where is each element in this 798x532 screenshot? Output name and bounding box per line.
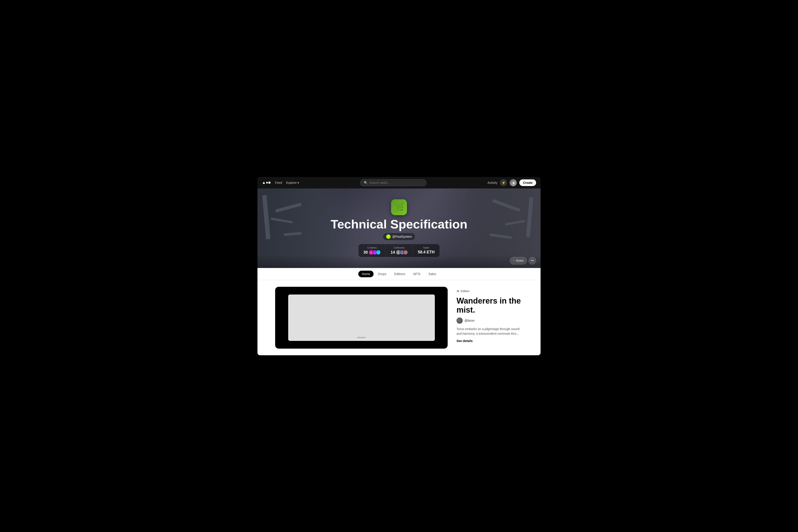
search-input[interactable] [369,181,423,185]
see-details-link[interactable]: See details [456,339,523,343]
creator-avatars [369,250,381,255]
sales-label: Sales [423,246,429,249]
user-avatar[interactable]: ◑ [510,179,517,186]
tab-editions[interactable]: Editions [391,271,409,277]
creators-label: Creators [367,246,377,249]
collector-avatar-3 [403,250,408,255]
nav-links: Feed Explore ▾ [275,181,299,185]
username-text: @PastSystem [392,235,412,239]
author-name: @biron [465,319,474,322]
nav-explore[interactable]: Explore ▾ [286,181,299,185]
ellipsis-icon: ••• [531,259,534,262]
search-box[interactable]: 🔍 [360,179,427,186]
search-container: 🔍 [304,179,483,186]
chevron-down-icon: ▾ [297,181,299,185]
navbar: ▲●■ Feed Explore ▾ 🔍 Activity ⚡ ◑ Create [257,177,541,188]
featured-author[interactable]: @biron [456,318,523,324]
nav-feed[interactable]: Feed [275,181,282,185]
tab-nfts[interactable]: NFTs [410,271,424,277]
sales-value: 58.4 ETH [418,250,435,254]
hero-content: 🌿 Technical Specification @PastSystem Cr… [331,199,467,257]
featured-info: ≋ Edition Wanderers in the mist. @biron … [448,287,523,349]
hero-actions: ↑ Share ••• [510,257,536,264]
hero-section: 🌿 Technical Specification @PastSystem Cr… [257,188,541,268]
create-button[interactable]: Create [519,179,536,186]
featured-description: Torus embarks on a pilgrimage through so… [456,327,523,336]
browser-window: ▲●■ Feed Explore ▾ 🔍 Activity ⚡ ◑ Create [257,177,541,355]
video-scrubber[interactable] [357,337,366,338]
stat-collectors: Collectors 14 [386,244,413,257]
edition-icon: ≋ [456,289,459,293]
author-avatar [456,318,463,324]
creators-value: 30 [363,250,381,255]
featured-preview [275,287,448,349]
tab-home[interactable]: Home [358,271,374,277]
preview-frame [288,294,435,341]
activity-button[interactable]: Activity [488,181,497,185]
main-content: ≋ Edition Wanderers in the mist. @biron … [257,280,541,355]
stat-creators: Creators 30 [359,244,386,257]
hero-title: Technical Specification [331,217,467,231]
lightning-icon[interactable]: ⚡ [500,179,507,186]
edition-label: Edition [461,289,470,293]
hero-username[interactable]: @PastSystem [383,233,415,240]
featured-title: Wanderers in the mist. [456,296,523,315]
tab-sales[interactable]: Sales [425,271,440,277]
share-label: Share [516,259,524,262]
logo[interactable]: ▲●■ [262,180,271,185]
tab-drops[interactable]: Drops [375,271,390,277]
creator-avatar-3 [376,250,381,255]
hero-stats: Creators 30 Collectors 14 [359,244,439,257]
share-button[interactable]: ↑ Share [510,257,527,264]
edition-badge: ≋ Edition [456,289,523,293]
collectors-count: 14 [391,250,395,255]
app-icon-symbol: 🌿 [394,203,404,212]
share-icon: ↑ [513,259,515,262]
explore-label: Explore [286,181,296,185]
tabs-bar: Home Drops Editions NFTs Sales [257,268,541,280]
stat-sales: Sales 58.4 ETH [413,244,439,257]
logo-shapes: ▲●■ [262,180,271,185]
collector-avatars [396,250,408,255]
collectors-value: 14 [391,250,408,255]
nav-actions: Activity ⚡ ◑ Create [488,179,536,186]
collectors-label: Collectors [394,246,405,249]
creators-count: 30 [363,250,368,255]
more-options-button[interactable]: ••• [529,257,536,264]
user-status-dot [386,234,391,239]
hero-app-icon: 🌿 [391,199,407,215]
search-icon: 🔍 [364,181,368,185]
